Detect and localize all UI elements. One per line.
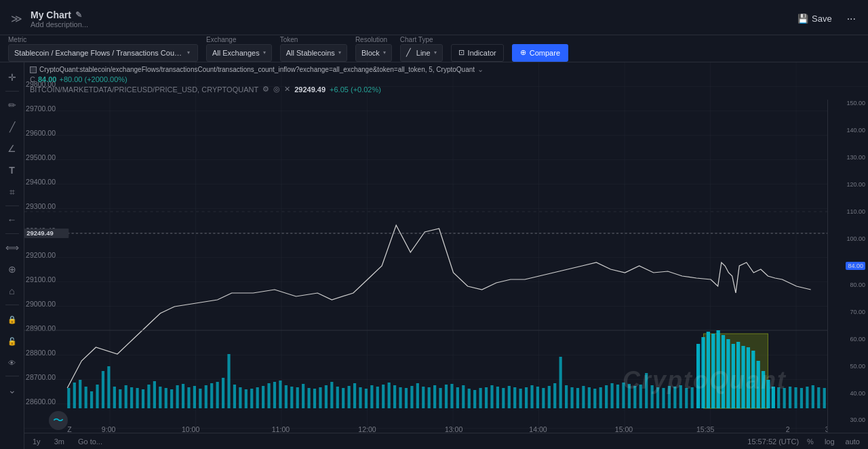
svg-rect-22 <box>79 380 81 408</box>
measure-tool[interactable] <box>3 238 22 257</box>
trendline-tool[interactable] <box>3 117 22 136</box>
svg-rect-135 <box>717 330 720 408</box>
eye-icon-2[interactable]: ◎ <box>273 85 280 94</box>
home-tool[interactable] <box>3 281 22 300</box>
indicator-square <box>30 66 37 73</box>
svg-rect-140 <box>741 346 745 408</box>
price-source-label[interactable]: BITCOIN/MARKETDATA/PRICEUSD/PRICE_USD, C… <box>30 85 258 94</box>
chart-description[interactable]: Add description... <box>31 20 88 28</box>
y-label-100: 100.00 <box>846 235 865 242</box>
settings-icon[interactable]: ⚙ <box>262 85 269 94</box>
svg-rect-82 <box>422 387 425 408</box>
svg-rect-40 <box>182 384 184 408</box>
svg-rect-64 <box>319 387 321 408</box>
price-info-row: BITCOIN/MARKETDATA/PRICEUSD/PRICE_USD, C… <box>30 85 827 94</box>
angle-icon <box>7 143 16 154</box>
close-row: C 84.00 +80.00 (+2000.00%) <box>30 75 827 83</box>
svg-rect-41 <box>187 387 190 408</box>
svg-rect-155 <box>823 388 826 408</box>
scroll-arrow[interactable]: 〜 <box>49 411 68 430</box>
timeframe-1y[interactable]: 1y <box>30 437 43 446</box>
svg-rect-24 <box>90 391 93 408</box>
tool-separator-4 <box>5 305 19 305</box>
patterns-tool[interactable] <box>3 182 22 201</box>
text-icon <box>9 165 15 176</box>
close-value: 84.00 <box>38 75 57 83</box>
svg-rect-95 <box>496 387 499 408</box>
svg-rect-144 <box>762 371 765 408</box>
timestamp-label: 15:57:52 (UTC) <box>747 437 799 446</box>
resolution-dropdown[interactable]: Block ▾ <box>355 44 392 62</box>
indicator-button[interactable]: ⊡ Indicator <box>451 44 504 62</box>
svg-rect-120 <box>639 385 642 408</box>
svg-rect-152 <box>806 387 808 408</box>
lock-tool[interactable] <box>3 309 22 328</box>
resolution-label: Resolution <box>355 36 392 43</box>
svg-rect-21 <box>73 383 76 408</box>
indicator-expand-icon[interactable]: ⌄ <box>477 65 484 74</box>
chevdown-tool[interactable] <box>3 380 22 399</box>
zoom-tool[interactable] <box>3 260 22 279</box>
resolution-group: Resolution Block ▾ <box>355 36 392 62</box>
svg-rect-28 <box>113 387 116 408</box>
pencil-icon <box>8 100 16 111</box>
save-label: Save <box>812 14 832 24</box>
close-icon[interactable]: ✕ <box>284 85 290 94</box>
svg-rect-33 <box>142 389 144 408</box>
svg-rect-110 <box>582 386 585 408</box>
svg-rect-104 <box>548 386 551 408</box>
svg-rect-48 <box>227 354 230 408</box>
svg-rect-150 <box>794 387 797 408</box>
svg-rect-30 <box>125 385 127 408</box>
indicator-title-text: CryptoQuant:stablecoin/exchangeFlows/tra… <box>39 66 475 73</box>
svg-rect-109 <box>576 388 579 408</box>
auto-button[interactable]: auto <box>843 437 863 446</box>
svg-rect-148 <box>783 388 786 408</box>
svg-rect-37 <box>165 388 167 408</box>
back-tool[interactable] <box>3 210 22 229</box>
compare-button[interactable]: ⊕ Compare <box>512 44 568 62</box>
pencil-tool[interactable] <box>3 96 22 115</box>
angle-tool[interactable] <box>3 139 22 158</box>
percent-button[interactable]: % <box>804 437 816 446</box>
svg-text:28800.00: 28800.00 <box>26 349 56 357</box>
svg-rect-139 <box>736 342 740 408</box>
edit-icon[interactable]: ✎ <box>75 10 82 20</box>
exchange-group: Exchange All Exchanges ▾ <box>206 36 272 62</box>
chart-area[interactable]: CryptoQuant:stablecoin/exchangeFlows/tra… <box>24 62 868 449</box>
svg-rect-108 <box>570 387 573 408</box>
svg-rect-58 <box>285 385 288 408</box>
log-button[interactable]: log <box>822 437 837 446</box>
token-dropdown[interactable]: All Stablecoins ▾ <box>280 44 347 62</box>
svg-rect-125 <box>668 386 671 408</box>
svg-rect-93 <box>485 387 488 408</box>
svg-rect-27 <box>107 366 110 408</box>
exchange-value: All Exchanges <box>212 49 260 57</box>
goto-button[interactable]: Go to... <box>75 437 105 446</box>
svg-rect-146 <box>772 387 775 408</box>
svg-rect-132 <box>701 337 705 408</box>
unlock-tool[interactable] <box>3 331 22 350</box>
svg-rect-57 <box>279 380 281 408</box>
crosshair-tool[interactable] <box>3 68 22 87</box>
more-button[interactable]: ··· <box>843 10 860 28</box>
compare-group: ⊕ Compare <box>512 36 568 62</box>
charttype-dropdown[interactable]: ╱ Line ▾ <box>400 44 443 62</box>
collapse-button[interactable]: ≫ <box>8 11 25 26</box>
eye-tool[interactable] <box>3 353 22 372</box>
svg-text:29200.00: 29200.00 <box>26 252 56 259</box>
svg-text:29700.00: 29700.00 <box>26 105 56 113</box>
metric-dropdown[interactable]: Stablecoin / Exchange Flows / Transactio… <box>8 44 198 62</box>
svg-rect-47 <box>222 378 224 408</box>
svg-rect-65 <box>325 385 328 408</box>
exchange-dropdown[interactable]: All Exchanges ▾ <box>206 44 272 62</box>
svg-rect-23 <box>85 387 87 408</box>
text-tool[interactable] <box>3 161 22 180</box>
timeframe-3m[interactable]: 3m <box>52 437 67 446</box>
save-button[interactable]: Save <box>792 11 837 26</box>
chevdown-icon <box>8 385 16 395</box>
trendline-icon <box>9 121 15 132</box>
y-label-60: 60.00 <box>850 336 865 343</box>
metric-label: Metric <box>8 36 198 43</box>
exchange-chevron: ▾ <box>263 50 266 56</box>
